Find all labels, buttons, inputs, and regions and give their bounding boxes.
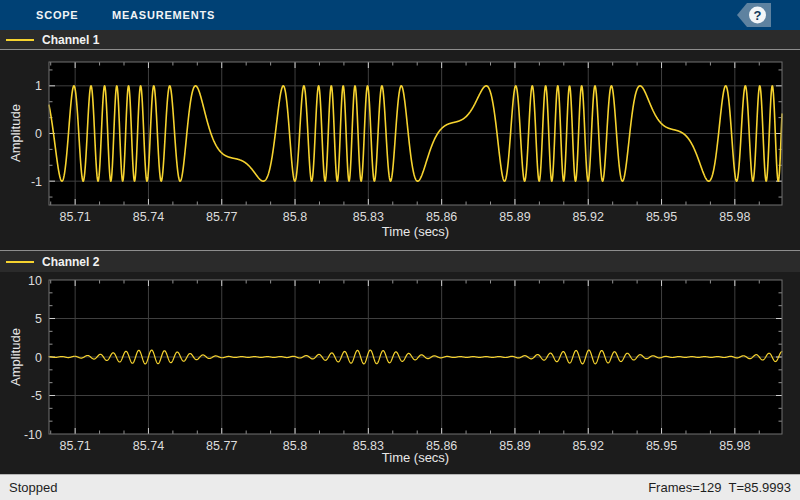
status-bar: Stopped Frames=129 T=85.9993: [0, 474, 800, 500]
x-tick-label: 85.77: [206, 210, 237, 224]
y-tick-label: 0: [35, 351, 42, 365]
channel1-y-axis-label: Amplitude: [8, 104, 23, 162]
tab-measurements[interactable]: MEASUREMENTS: [112, 0, 215, 30]
x-tick-label: 85.95: [646, 210, 677, 224]
x-tick-label: 85.74: [133, 210, 164, 224]
channel2-y-axis-label: Amplitude: [8, 328, 23, 386]
y-tick-label: 1: [35, 79, 42, 93]
y-tick-label: -1: [31, 175, 42, 189]
x-tick-label: 85.8: [283, 210, 307, 224]
toolstrip: SCOPE MEASUREMENTS ?: [0, 0, 800, 30]
channel1-legend[interactable]: Channel 1: [0, 30, 800, 50]
y-tick-label: -5: [31, 389, 42, 403]
y-tick-label: 5: [35, 312, 42, 326]
help-button[interactable]: ?: [737, 3, 771, 27]
channel1-legend-label: Channel 1: [42, 33, 99, 47]
channel2-legend-line-sample: [6, 261, 34, 263]
question-mark-icon: ?: [754, 8, 762, 23]
y-tick-label: 0: [35, 127, 42, 141]
x-tick-label: 85.71: [60, 210, 91, 224]
channel2-x-axis-label: Time (secs): [49, 450, 782, 465]
channel1-legend-line-sample: [6, 39, 34, 41]
channel1-x-axis-label: Time (secs): [49, 224, 782, 239]
frames-time-readout: Frames=129 T=85.9993: [648, 480, 791, 495]
channel2-plot[interactable]: 85.7185.7485.7785.885.8385.8685.8985.928…: [0, 272, 800, 474]
x-tick-label: 85.92: [573, 210, 604, 224]
tab-scope[interactable]: SCOPE: [36, 0, 79, 30]
y-tick-label: 10: [28, 274, 42, 288]
x-tick-label: 85.83: [353, 210, 384, 224]
x-tick-label: 85.86: [426, 210, 457, 224]
channel2-legend[interactable]: Channel 2: [0, 250, 800, 272]
channel2-legend-label: Channel 2: [42, 255, 99, 269]
y-tick-label: -10: [24, 428, 42, 442]
channel1-plot[interactable]: 85.7185.7485.7785.885.8385.8685.8985.928…: [0, 50, 800, 250]
status-text: Stopped: [9, 480, 57, 495]
x-tick-label: 85.98: [719, 210, 750, 224]
x-tick-label: 85.89: [499, 210, 530, 224]
